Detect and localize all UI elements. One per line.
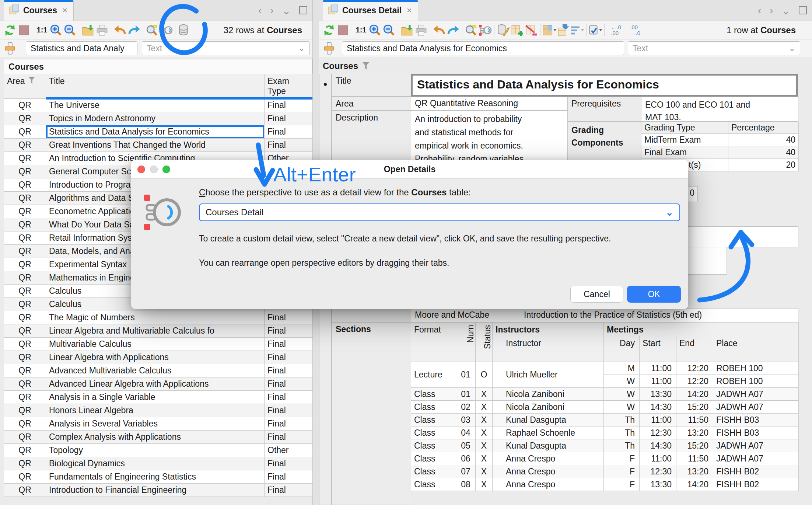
cell-end[interactable]: 11:50 (676, 452, 713, 465)
redo-button[interactable] (127, 23, 141, 38)
decrease-decimals-button[interactable]: .00→.0 (626, 23, 645, 38)
cell-num[interactable]: 05 (456, 439, 476, 452)
cell-percentage[interactable]: 40 (728, 134, 799, 146)
table-row[interactable]: QRAnalysis in Several VariablesFinal (4, 417, 313, 431)
zoom-out-button[interactable] (382, 23, 396, 38)
table-row[interactable]: QRAnalysis in a Single VariableFinal (4, 391, 313, 404)
cell-num[interactable]: 08 (456, 478, 476, 491)
table-row[interactable]: QRLinear Algebra and Multivariable Calcu… (4, 324, 313, 338)
cell-title[interactable]: Multivariable Calculus (46, 338, 265, 351)
zoom-in-button[interactable] (49, 23, 63, 38)
cell-day[interactable]: Th (604, 414, 640, 426)
cell-start[interactable]: 11:00 (640, 414, 676, 426)
cell-percentage[interactable]: 40 (728, 146, 799, 159)
undo-button[interactable] (113, 23, 127, 38)
section-row[interactable]: Class04XRaphael SchoenleTh12:3013:20FISH… (411, 426, 799, 439)
cell-title[interactable]: Advanced Linear Algebra with Application… (46, 377, 265, 391)
edit-record-button[interactable] (496, 23, 510, 38)
textbook-title[interactable]: Introduction to the Practice of Statisti… (520, 308, 798, 322)
print-button[interactable] (95, 23, 109, 38)
cell-area[interactable]: QR (4, 377, 46, 391)
zoom-in-button[interactable] (368, 23, 382, 38)
table-row[interactable]: QRComplex Analysis with ApplicationsFina… (4, 431, 313, 444)
cell-exam-type[interactable]: Final (265, 338, 313, 351)
cell-format[interactable]: Class (411, 478, 456, 491)
cell-day[interactable]: M (604, 362, 640, 375)
cell-end[interactable]: 12:20 (676, 375, 713, 388)
cell-day[interactable]: W (604, 388, 640, 401)
column-header-instructor[interactable]: Instructor (493, 336, 604, 362)
cell-end[interactable]: 15:20 (676, 439, 713, 452)
stop-button[interactable] (336, 23, 350, 38)
section-row[interactable]: Class01XNicola ZaniboniW13:3014:20JADWH … (411, 388, 799, 401)
table-row[interactable]: QRBiological DynamicsFinal (4, 457, 313, 470)
cell-area[interactable]: QR (4, 364, 46, 377)
cell-place[interactable]: JADWH A07 (713, 439, 799, 452)
table-row[interactable]: QRMultivariable CalculusFinal (4, 338, 313, 351)
cell-area[interactable]: QR (4, 99, 46, 112)
chevron-down-icon[interactable]: ⌄ (282, 4, 291, 17)
print-button[interactable] (414, 23, 428, 38)
cell-exam-type[interactable]: Final (265, 139, 313, 152)
cell-status[interactable]: X (476, 478, 493, 491)
table-row[interactable]: QRAdvanced Linear Algebra with Applicati… (4, 377, 313, 391)
cell-area[interactable]: QR (4, 285, 46, 298)
cell-area[interactable]: QR (4, 218, 46, 231)
cell-exam-type[interactable]: Final (265, 311, 313, 324)
cell-start[interactable]: 14:30 (640, 439, 676, 452)
section-row[interactable]: Class03XKunal DasguptaTh11:0011:50FISHH … (411, 414, 799, 426)
cell-title[interactable]: Analysis in Several Variables (46, 417, 265, 431)
cell-end[interactable]: 15:20 (676, 401, 713, 414)
open-button[interactable] (400, 23, 414, 38)
cell-start[interactable]: 14:30 (640, 401, 676, 414)
cell-exam-type[interactable]: Final (265, 364, 313, 377)
open-details-button[interactable] (159, 23, 173, 38)
cell-status[interactable]: X (476, 414, 493, 426)
section-row[interactable]: Class07XAnna CrespoF12:3013:20FISHH B02 (411, 465, 799, 478)
cell-status[interactable]: X (476, 388, 493, 401)
cell-title[interactable]: Linear Algebra with Applications (46, 351, 265, 364)
cell-format[interactable]: Class (411, 426, 456, 439)
cell-place[interactable]: ROBEH 100 (713, 375, 799, 388)
cell-exam-type[interactable]: Final (265, 324, 313, 338)
column-header-format[interactable]: Format (411, 323, 456, 362)
cell-area[interactable]: QR (4, 231, 46, 245)
column-header-title[interactable]: Title (46, 74, 265, 99)
cell-area[interactable]: QR (4, 152, 46, 165)
cell-title[interactable]: Topics in Modern Astronomy (46, 112, 265, 125)
column-header-percentage[interactable]: Percentage (728, 122, 799, 134)
filter-row-icon[interactable] (322, 41, 336, 56)
cell-instructor[interactable]: Ulrich Mueller (493, 362, 604, 388)
cell-exam-type[interactable]: Final (265, 112, 313, 125)
cell-instructor[interactable]: Nicola Zaniboni (493, 388, 604, 401)
cell-place[interactable]: ROBEH 100 (713, 362, 799, 375)
cell-area[interactable]: QR (4, 271, 46, 285)
tab-courses[interactable]: Courses × (4, 0, 74, 21)
grading-row[interactable]: MidTerm Exam40 (641, 134, 799, 146)
table-row[interactable]: QRThe UniverseFinal (4, 99, 313, 112)
cell-title[interactable]: The Magic of Numbers (46, 311, 265, 324)
zoom-out-button[interactable] (63, 23, 77, 38)
cell-area[interactable]: QR (4, 245, 46, 258)
section-row[interactable]: Class02XNicola ZaniboniW14:3015:20JADWH … (411, 401, 799, 414)
refresh-button[interactable] (3, 23, 17, 38)
search-input[interactable]: Statistics and Data Analysis for Economi… (342, 41, 624, 55)
cell-instructor[interactable]: Kunal Dasgupta (493, 439, 604, 452)
cell-area[interactable]: QR (4, 338, 46, 351)
cell-area[interactable]: QR (4, 351, 46, 364)
cell-format[interactable]: Class (411, 401, 456, 414)
cell-end[interactable]: 14:20 (676, 478, 713, 491)
cell-format[interactable]: Class (411, 465, 456, 478)
table-row[interactable]: QRGreat Inventions That Changed the Worl… (4, 139, 313, 152)
cell-status[interactable]: X (476, 452, 493, 465)
column-header-status[interactable]: Status (476, 323, 493, 362)
cell-num[interactable]: 01 (456, 388, 476, 401)
cell-place[interactable]: FISHH B02 (713, 478, 799, 491)
cell-area[interactable]: QR (4, 125, 46, 139)
find-button[interactable] (145, 23, 159, 38)
column-header-meetings[interactable]: Meetings (604, 323, 799, 336)
cell-start[interactable]: 11:00 (640, 362, 676, 375)
cell-area[interactable]: QR (4, 444, 46, 457)
cell-title[interactable]: Topology (46, 444, 265, 457)
search-type-select[interactable]: Text⌄ (628, 41, 800, 55)
